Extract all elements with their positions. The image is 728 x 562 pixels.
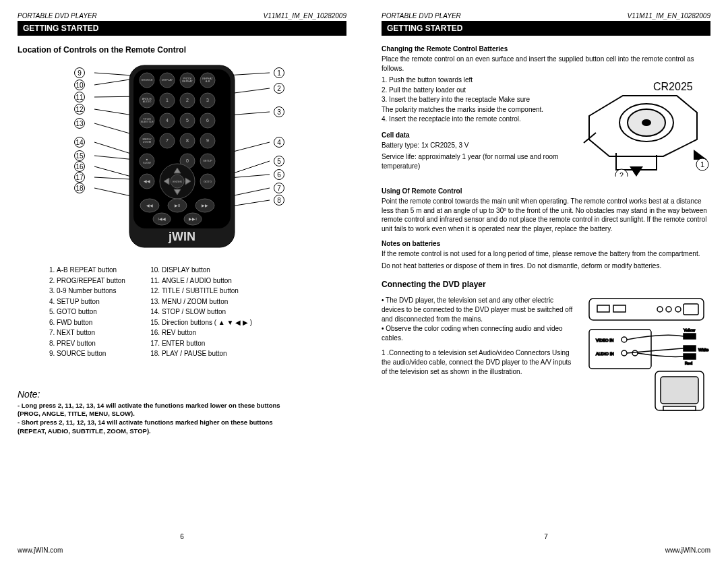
svg-text:9: 9 <box>206 138 209 143</box>
list-item: Direction buttons ( ▲ ▼ ◀ ▶ ) <box>162 317 252 328</box>
svg-rect-114 <box>661 377 698 404</box>
callout-10: 10 <box>74 80 85 90</box>
svg-point-106 <box>632 350 638 356</box>
svg-text:▶II: ▶II <box>175 204 181 208</box>
using-remote-para: Point the remote control towards the mai… <box>382 197 710 233</box>
callout-7: 7 <box>274 183 284 193</box>
list-item: ANGLE / AUDIO button <box>162 276 252 286</box>
doc-id: V11M11_IM_EN_10282009 <box>264 12 346 20</box>
svg-text:8: 8 <box>186 138 189 143</box>
product-name: PORTABLE DVD PLAYER <box>18 12 97 20</box>
product-name: PORTABLE DVD PLAYER <box>382 12 461 20</box>
connection-diagram: VIDEO IN AUDIO IN Yellow White Red <box>582 296 710 417</box>
svg-text:AUDIO: AUDIO <box>143 100 152 103</box>
callout-11: 11 <box>74 92 85 102</box>
svg-text:Red: Red <box>685 361 692 365</box>
header-line: PORTABLE DVD PLAYER V11M11_IM_EN_1028200… <box>382 12 710 20</box>
svg-point-104 <box>621 337 627 342</box>
list-item: DISPLAY button <box>162 265 252 276</box>
callout-15: 15 <box>74 150 85 161</box>
svg-point-96 <box>666 307 671 312</box>
list-item: FWD button <box>57 317 125 328</box>
callout-16: 16 <box>74 161 85 172</box>
svg-rect-99 <box>597 305 609 312</box>
list-item: SOURCE button <box>57 348 125 359</box>
svg-text:White: White <box>698 348 709 352</box>
svg-text:1: 1 <box>166 98 169 102</box>
conn-bullet-2: • Observe the color coding when connecti… <box>382 324 576 343</box>
section-bar: GETTING STARTED <box>18 21 346 36</box>
callout-5: 5 <box>274 156 284 166</box>
svg-text:◀◀: ◀◀ <box>144 179 150 183</box>
conn-bullet-1: • The DVD player, the television set and… <box>382 296 576 324</box>
heading-using-remote: Using Of Remote Control <box>382 187 710 195</box>
page-number: 6 <box>0 533 364 540</box>
callout-12: 12 <box>74 104 85 115</box>
conn-step-1: 1 .Connecting to a television set Audio/… <box>382 348 576 377</box>
svg-text:GOTO: GOTO <box>204 180 212 183</box>
batt-intro: Place the remote control on an even surf… <box>382 55 710 73</box>
svg-text:◀◀: ◀◀ <box>146 204 153 208</box>
list-item: STOP / SLOW button <box>162 307 252 317</box>
heading-connecting: Connecting the DVD player <box>382 280 710 289</box>
list-item: 0-9 Number buttons <box>57 286 125 296</box>
list-item: MENU / ZOOM button <box>162 296 252 307</box>
header-line: PORTABLE DVD PLAYER V11M11_IM_EN_1028200… <box>18 12 346 20</box>
svg-point-95 <box>657 307 663 312</box>
svg-text:0: 0 <box>186 158 189 163</box>
doc-id: V11M11_IM_EN_10282009 <box>628 12 710 20</box>
svg-text:I◀◀: I◀◀ <box>158 217 166 221</box>
svg-text:4: 4 <box>166 118 169 123</box>
callout-14: 14 <box>74 137 85 148</box>
svg-rect-109 <box>684 354 696 359</box>
svg-rect-100 <box>613 305 626 312</box>
callout-2: 2 <box>274 83 284 94</box>
svg-text:SUBTITLE: SUBTITLE <box>140 120 153 123</box>
note-heading: Note: <box>18 389 346 400</box>
list-item: TITLE / SUBTITLE button <box>162 286 252 296</box>
svg-point-87 <box>642 120 650 125</box>
list-item: ENTER button <box>162 338 252 349</box>
svg-text:ZOOM: ZOOM <box>143 140 151 144</box>
page-6: PORTABLE DVD PLAYER V11M11_IM_EN_1028200… <box>0 0 364 562</box>
svg-text:▶▶I: ▶▶I <box>189 217 197 221</box>
svg-text:5: 5 <box>186 118 189 123</box>
list-item: A-B REPEAT button <box>57 265 125 276</box>
svg-text:SETUP: SETUP <box>203 159 212 162</box>
button-legend: A-B REPEAT button PROG/REPEAT button 0-9… <box>18 265 346 359</box>
svg-text:2: 2 <box>186 98 189 102</box>
footer-url: www.jWIN.com <box>18 547 63 554</box>
svg-text:▶▶: ▶▶ <box>202 204 208 208</box>
svg-text:A-B: A-B <box>206 80 210 83</box>
page-number: 7 <box>364 533 728 540</box>
callout-8: 8 <box>274 195 284 206</box>
remote-brand: jWIN <box>168 230 195 243</box>
footer-url: www.jWIN.com <box>665 547 710 554</box>
svg-text:3: 3 <box>206 98 209 102</box>
callout-17: 17 <box>74 172 85 183</box>
svg-text:1: 1 <box>700 160 704 168</box>
svg-rect-107 <box>684 334 696 339</box>
list-item: PROG/REPEAT button <box>57 276 125 286</box>
callout-18: 18 <box>74 183 85 193</box>
svg-text:REPEAT: REPEAT <box>182 80 193 83</box>
page-7: PORTABLE DVD PLAYER V11M11_IM_EN_1028200… <box>364 0 728 562</box>
remote-svg: SOURCEDISPLAY PROG/REPEAT REPEATA-B ANGL… <box>74 61 290 254</box>
list-item: NEXT button <box>57 327 125 338</box>
svg-text:AUDIO IN: AUDIO IN <box>596 352 614 356</box>
svg-text:6: 6 <box>206 118 209 123</box>
note-body: - Long press 2, 11, 12, 13, 14 will acti… <box>18 402 346 436</box>
callout-9: 9 <box>74 67 85 78</box>
callout-1: 1 <box>274 67 284 78</box>
list-item: PLAY / PAUSE button <box>162 348 252 359</box>
svg-rect-98 <box>684 304 698 315</box>
list-item: REV button <box>162 327 252 338</box>
heading-batteries: Changing the Remote Control Batteries <box>382 45 710 53</box>
notes-p1: If the remote control is not used for a … <box>382 249 710 259</box>
svg-text:2: 2 <box>619 171 624 177</box>
svg-text:VIDEO IN: VIDEO IN <box>596 338 613 342</box>
svg-text:Yellow: Yellow <box>684 328 696 332</box>
svg-text:DISPLAY: DISPLAY <box>162 78 173 82</box>
notes-p2: Do not heat batteries or dispose of them… <box>382 261 710 271</box>
remote-diagram: SOURCEDISPLAY PROG/REPEAT REPEATA-B ANGL… <box>18 61 346 254</box>
